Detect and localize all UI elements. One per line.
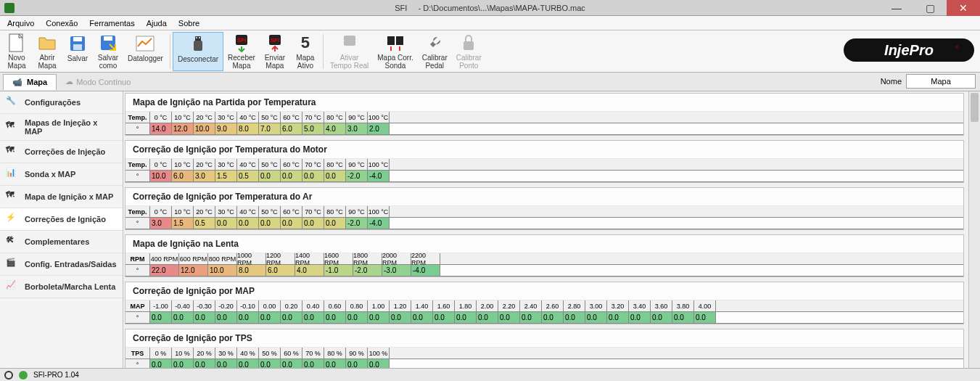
data-cell[interactable]: -1.0	[324, 265, 353, 276]
data-cell[interactable]: 10.0	[208, 265, 237, 276]
data-cell[interactable]: 2.0	[368, 123, 390, 135]
data-cell[interactable]: 0.0	[302, 359, 324, 368]
data-cell[interactable]: 0.0	[455, 312, 477, 324]
new-map-button[interactable]: NovoMapa	[1, 32, 32, 71]
data-cell[interactable]: 0.0	[346, 359, 368, 368]
data-cell[interactable]: 0.0	[259, 218, 281, 229]
sidebar-item-7[interactable]: 🎬Config. Entradas/Saidas	[0, 253, 123, 276]
data-cell[interactable]: 0.0	[259, 312, 281, 324]
sidebar-item-8[interactable]: 📈Borboleta/Marcha Lenta	[0, 276, 123, 298]
realtime-button[interactable]: AtivarTempo Real	[326, 32, 373, 71]
data-cell[interactable]: 8.0	[237, 123, 259, 135]
data-cell[interactable]: 0.0	[324, 218, 346, 229]
data-cell[interactable]: 0.0	[324, 312, 346, 324]
data-cell[interactable]: 0.0	[433, 312, 455, 324]
data-cell[interactable]: 6.0	[281, 123, 302, 135]
data-cell[interactable]: 0.0	[215, 359, 237, 368]
data-cell[interactable]: -4.0	[368, 171, 390, 182]
data-cell[interactable]: 0.0	[324, 171, 346, 182]
maximize-button[interactable]: ▢	[913, 0, 947, 16]
data-cell[interactable]: 0.0	[281, 359, 302, 368]
data-cell[interactable]: 0.0	[498, 312, 520, 324]
data-cell[interactable]: 0.0	[215, 218, 237, 229]
sidebar-item-3[interactable]: 📊Sonda x MAP	[0, 163, 123, 186]
sidebar-item-5[interactable]: ⚡Correções de Ignição	[0, 208, 123, 231]
menu-arquivo[interactable]: Arquivo	[3, 17, 38, 29]
tab-modo-continuo[interactable]: ☁ Modo Contínuo	[57, 74, 139, 89]
data-cell[interactable]: 7.0	[259, 123, 281, 135]
data-cell[interactable]: 0.0	[150, 312, 172, 324]
data-cell[interactable]: 10.0	[150, 171, 172, 182]
save-as-button[interactable]: Salvarcomo	[93, 32, 123, 71]
data-cell[interactable]: 4.0	[324, 123, 346, 135]
data-cell[interactable]: 0.0	[150, 359, 172, 368]
data-cell[interactable]: 12.0	[179, 265, 208, 276]
data-cell[interactable]: 0.0	[629, 312, 651, 324]
scrollbar[interactable]	[968, 91, 980, 368]
data-cell[interactable]: 0.0	[302, 312, 324, 324]
data-cell[interactable]: 0.0	[302, 218, 324, 229]
data-cell[interactable]: 0.0	[281, 218, 302, 229]
data-cell[interactable]: 0.0	[520, 312, 542, 324]
calibrate-pedal-button[interactable]: CalibrarPedal	[418, 32, 452, 71]
data-cell[interactable]: 12.0	[172, 123, 194, 135]
disconnect-button[interactable]: Desconectar	[173, 32, 223, 71]
data-cell[interactable]: 0.0	[281, 171, 302, 182]
data-cell[interactable]: 0.0	[607, 312, 629, 324]
calibrate-point-button[interactable]: CalibrarPonto	[452, 32, 486, 71]
data-cell[interactable]: 0.0	[259, 171, 281, 182]
data-cell[interactable]: 6.0	[172, 171, 194, 182]
data-cell[interactable]: 0.0	[651, 312, 672, 324]
data-cell[interactable]: 3.0	[194, 171, 215, 182]
data-cell[interactable]: 0.0	[477, 312, 498, 324]
data-cell[interactable]: 9.0	[215, 123, 237, 135]
data-cell[interactable]: 0.0	[237, 359, 259, 368]
close-button[interactable]: ✕	[947, 0, 980, 16]
data-cell[interactable]: 0.0	[237, 312, 259, 324]
data-cell[interactable]: -4.0	[368, 218, 390, 229]
data-cell[interactable]: 0.0	[346, 312, 368, 324]
data-cell[interactable]: 0.0	[194, 312, 215, 324]
data-cell[interactable]: 0.0	[324, 359, 346, 368]
data-cell[interactable]: 0.0	[542, 312, 564, 324]
datalogger-button[interactable]: Datalogger	[123, 32, 168, 71]
data-cell[interactable]: 0.0	[672, 312, 694, 324]
menu-ferramentas[interactable]: Ferramentas	[85, 17, 139, 29]
data-cell[interactable]: 0.5	[237, 171, 259, 182]
sonda-map-button[interactable]: Mapa Corr.Sonda	[373, 32, 417, 71]
data-cell[interactable]: 0.0	[237, 218, 259, 229]
data-cell[interactable]: -4.0	[411, 265, 440, 276]
menu-ajuda[interactable]: Ajuda	[142, 17, 171, 29]
save-button[interactable]: Salvar	[62, 32, 93, 71]
data-cell[interactable]: 0.0	[694, 312, 716, 324]
data-cell[interactable]: 0.0	[259, 359, 281, 368]
data-cell[interactable]: 0.0	[215, 312, 237, 324]
name-input[interactable]	[906, 74, 976, 89]
tab-mapa[interactable]: 📹 Mapa	[3, 74, 57, 90]
data-cell[interactable]: 0.0	[368, 359, 390, 368]
data-cell[interactable]: 0.5	[194, 218, 215, 229]
data-cell[interactable]: 10.0	[194, 123, 215, 135]
data-cell[interactable]: 22.0	[150, 265, 179, 276]
data-cell[interactable]: 0.0	[281, 312, 302, 324]
data-cell[interactable]: 0.0	[368, 312, 390, 324]
sidebar-item-2[interactable]: 🗺Correções de Injeção	[0, 141, 123, 163]
data-cell[interactable]: 1.5	[172, 218, 194, 229]
data-cell[interactable]: 3.0	[150, 218, 172, 229]
receive-map-button[interactable]: SFIReceberMapa	[223, 32, 260, 71]
data-cell[interactable]: 0.0	[172, 312, 194, 324]
data-cell[interactable]: 5.0	[302, 123, 324, 135]
data-cell[interactable]: -3.0	[382, 265, 411, 276]
send-map-button[interactable]: SFIEnviarMapa	[260, 32, 290, 71]
data-cell[interactable]: 0.0	[172, 359, 194, 368]
menu-conexao[interactable]: Conexão	[41, 17, 82, 29]
data-cell[interactable]: 8.0	[237, 265, 266, 276]
menu-sobre[interactable]: Sobre	[174, 17, 204, 29]
data-cell[interactable]: -2.0	[346, 171, 368, 182]
data-cell[interactable]: 14.0	[150, 123, 172, 135]
sidebar-item-4[interactable]: 🗺Mapa de Ignição x MAP	[0, 186, 123, 208]
data-cell[interactable]: 0.0	[194, 359, 215, 368]
data-cell[interactable]: 0.0	[390, 312, 411, 324]
minimize-button[interactable]: —	[880, 0, 913, 16]
sidebar-item-0[interactable]: 🔧Configurações	[0, 91, 123, 114]
